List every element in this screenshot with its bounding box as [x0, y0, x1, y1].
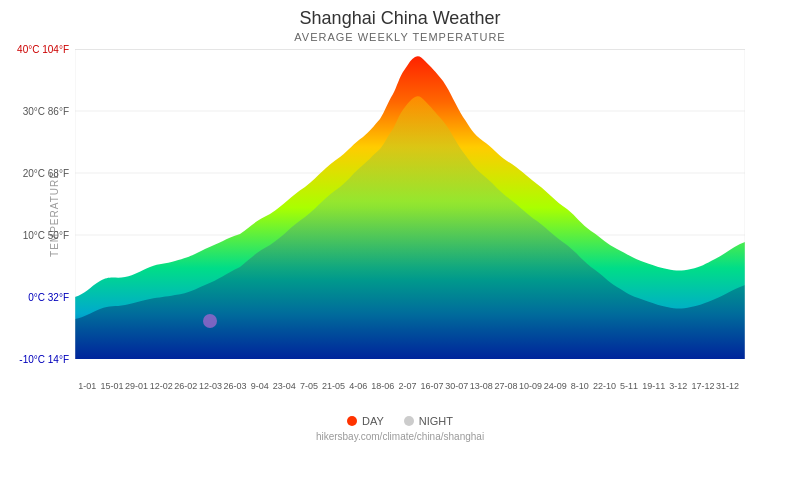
- chart-container: Shanghai China Weather AVERAGE WEEKLY TE…: [0, 0, 800, 500]
- y-label-30: 30°C 86°F: [23, 106, 69, 117]
- x-label: 7-05: [297, 381, 322, 391]
- x-label: 24-09: [543, 381, 568, 391]
- x-label: 12-03: [198, 381, 223, 391]
- x-label: 30-07: [444, 381, 469, 391]
- temperature-chart: [75, 49, 745, 359]
- legend-day: DAY: [347, 415, 384, 427]
- x-label: 2-07: [395, 381, 420, 391]
- legend-night-label: NIGHT: [419, 415, 453, 427]
- x-label: 29-01: [124, 381, 149, 391]
- x-label: 1-01: [75, 381, 100, 391]
- x-label: 27-08: [494, 381, 519, 391]
- y-label-0: 0°C 32°F: [28, 292, 69, 303]
- x-label: 16-07: [420, 381, 445, 391]
- svg-point-7: [203, 314, 217, 328]
- legend-night: NIGHT: [404, 415, 453, 427]
- y-label-10: 10°C 50°F: [23, 230, 69, 241]
- legend: DAY NIGHT: [0, 415, 800, 427]
- x-label: 22-10: [592, 381, 617, 391]
- x-label: 3-12: [666, 381, 691, 391]
- legend-day-dot: [347, 416, 357, 426]
- watermark: hikersbay.com/climate/china/shanghai: [0, 431, 800, 442]
- x-label: 19-11: [641, 381, 666, 391]
- x-label: 31-12: [715, 381, 740, 391]
- x-label: 12-02: [149, 381, 174, 391]
- x-label: 15-01: [100, 381, 125, 391]
- legend-day-label: DAY: [362, 415, 384, 427]
- x-label: 18-06: [371, 381, 396, 391]
- x-label: 26-02: [174, 381, 199, 391]
- chart-title: Shanghai China Weather: [0, 0, 800, 29]
- x-label: 26-03: [223, 381, 248, 391]
- x-label: 9-04: [247, 381, 272, 391]
- chart-subtitle: AVERAGE WEEKLY TEMPERATURE: [0, 31, 800, 43]
- x-label: 4-06: [346, 381, 371, 391]
- x-axis: 1-0115-0129-0112-0226-0212-0326-039-0423…: [75, 381, 740, 411]
- x-label: 17-12: [691, 381, 716, 391]
- x-label: 23-04: [272, 381, 297, 391]
- y-label-minus10: -10°C 14°F: [19, 354, 69, 365]
- y-label-40: 40°C 104°F: [17, 44, 69, 55]
- x-label: 10-09: [518, 381, 543, 391]
- legend-night-dot: [404, 416, 414, 426]
- x-label: 8-10: [568, 381, 593, 391]
- x-label: 21-05: [321, 381, 346, 391]
- y-label-20: 20°C 68°F: [23, 168, 69, 179]
- x-label: 5-11: [617, 381, 642, 391]
- x-label: 13-08: [469, 381, 494, 391]
